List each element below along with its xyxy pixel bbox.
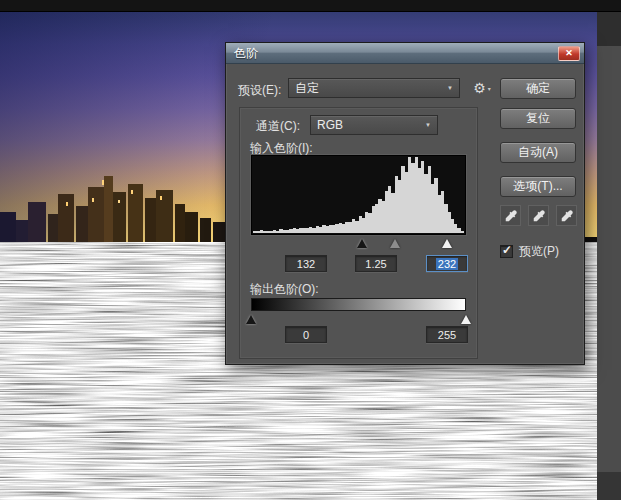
dialog-title: 色阶 — [234, 45, 258, 62]
input-white-slider-handle[interactable] — [442, 239, 452, 248]
preset-options-button[interactable]: ⚙ ▾ — [469, 78, 495, 98]
preset-dropdown[interactable]: 自定 ▼ — [288, 78, 460, 98]
output-black-field[interactable]: 0 — [285, 326, 327, 343]
input-white-field[interactable]: 232 — [426, 255, 468, 272]
check-icon: ✓ — [502, 243, 512, 257]
close-icon: ✕ — [565, 48, 573, 58]
histogram — [251, 155, 466, 235]
auto-button[interactable]: 自动(A) — [500, 142, 576, 163]
channel-label: 通道(C): — [256, 118, 300, 135]
input-gamma-slider-handle[interactable] — [390, 239, 400, 248]
output-levels-slider — [251, 312, 466, 324]
output-black-slider-handle[interactable] — [246, 315, 256, 324]
input-gamma-field[interactable]: 1.25 — [355, 255, 397, 272]
channel-value: RGB — [317, 118, 343, 132]
output-gradient-bar — [251, 298, 466, 311]
input-black-slider-handle[interactable] — [357, 239, 367, 248]
output-levels-label: 输出色阶(O): — [250, 281, 319, 298]
input-levels-slider — [251, 236, 466, 248]
preview-label: 预览(P) — [519, 243, 559, 260]
black-point-eyedropper-icon[interactable] — [500, 205, 521, 226]
levels-dialog: 色阶 ✕ 预设(E): 自定 ▼ ⚙ ▾ 确定 复位 自动(A) 选项(T)..… — [225, 42, 585, 365]
chevron-down-icon: ▼ — [419, 122, 431, 128]
output-white-slider-handle[interactable] — [461, 315, 471, 324]
dock-segment — [597, 472, 621, 500]
channel-dropdown[interactable]: RGB ▼ — [310, 115, 438, 135]
preset-value: 自定 — [295, 80, 319, 97]
ok-button[interactable]: 确定 — [500, 78, 576, 99]
input-black-field[interactable]: 132 — [285, 255, 327, 272]
close-button[interactable]: ✕ — [558, 46, 580, 61]
histogram-bars — [253, 157, 464, 233]
preview-checkbox[interactable]: ✓ — [500, 245, 513, 258]
preset-label: 预设(E): — [238, 82, 281, 99]
levels-panel: 通道(C): RGB ▼ 输入色阶(I): 132 — [239, 107, 478, 359]
output-white-field[interactable]: 255 — [426, 326, 468, 343]
mini-chevron-icon: ▾ — [488, 85, 491, 92]
photoshop-screen: 色阶 ✕ 预设(E): 自定 ▼ ⚙ ▾ 确定 复位 自动(A) 选项(T)..… — [0, 0, 621, 500]
app-titlebar — [0, 0, 621, 12]
dock-segment — [597, 12, 621, 46]
options-button[interactable]: 选项(T)... — [500, 176, 576, 197]
eyedropper-group — [500, 205, 577, 226]
dialog-body: 预设(E): 自定 ▼ ⚙ ▾ 确定 复位 自动(A) 选项(T)... — [226, 64, 584, 364]
reset-button[interactable]: 复位 — [500, 108, 576, 129]
gear-icon: ⚙ — [473, 81, 486, 95]
white-point-eyedropper-icon[interactable] — [556, 205, 577, 226]
preview-row: ✓ 预览(P) — [500, 243, 559, 260]
dialog-titlebar[interactable]: 色阶 ✕ — [226, 43, 584, 64]
chevron-down-icon: ▼ — [441, 85, 453, 91]
gray-point-eyedropper-icon[interactable] — [528, 205, 549, 226]
panel-dock[interactable] — [597, 12, 621, 500]
